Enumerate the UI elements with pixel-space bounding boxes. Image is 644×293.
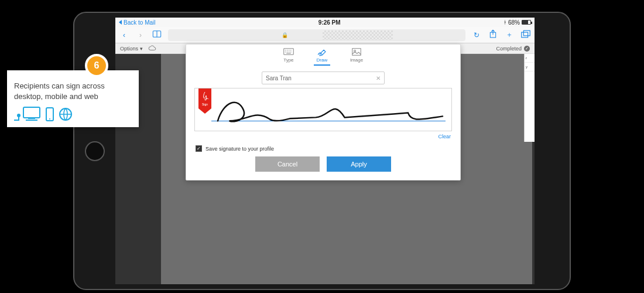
tabs-icon[interactable] bbox=[520, 30, 531, 40]
mobile-icon bbox=[46, 107, 54, 121]
ipad-frame: Back to Mail 9:26 PM ᚼ 68% ‹ › 🔒 ↻ bbox=[73, 12, 571, 290]
url-bar[interactable]: 🔒 bbox=[168, 29, 465, 41]
safari-toolbar: ‹ › 🔒 ↻ ＋ bbox=[115, 27, 535, 43]
acrobat-sign-tag: Sign bbox=[198, 88, 211, 108]
save-signature-checkbox[interactable]: ✓ bbox=[196, 145, 202, 152]
svg-rect-10 bbox=[28, 118, 35, 119]
cancel-button[interactable]: Cancel bbox=[255, 156, 320, 172]
check-circle-icon: ✓ bbox=[524, 46, 530, 52]
back-to-app-link[interactable]: Back to Mail bbox=[124, 19, 155, 26]
signature-modal: Type Draw Image Sara Tran ✕ bbox=[186, 44, 461, 180]
nav-back-icon[interactable]: ‹ bbox=[119, 31, 129, 39]
new-tab-icon[interactable]: ＋ bbox=[504, 30, 515, 40]
save-signature-label: Save signature to your profile bbox=[205, 146, 274, 152]
tab-image[interactable]: Image bbox=[350, 48, 363, 66]
screen: Back to Mail 9:26 PM ᚼ 68% ‹ › 🔒 ↻ bbox=[115, 18, 535, 284]
bluetooth-icon: ᚼ bbox=[503, 19, 506, 25]
signer-name-input[interactable]: Sara Tran ✕ bbox=[262, 71, 385, 84]
signature-stroke bbox=[215, 93, 446, 128]
svg-rect-4 bbox=[284, 49, 294, 55]
tutorial-callout: 6 Recipients can sign across desktop, mo… bbox=[7, 70, 139, 127]
cloud-icon[interactable] bbox=[148, 45, 156, 52]
side-panel-peek: ry bbox=[524, 54, 535, 142]
options-menu[interactable]: Options▾ bbox=[120, 45, 156, 52]
svg-rect-9 bbox=[23, 107, 40, 118]
svg-rect-2 bbox=[522, 32, 528, 38]
web-globe-icon bbox=[59, 107, 73, 121]
signer-name-text: Sara Tran bbox=[266, 75, 292, 81]
reload-icon[interactable]: ↻ bbox=[471, 31, 482, 39]
image-icon bbox=[352, 48, 361, 57]
callout-text: Recipients can sign across desktop, mobi… bbox=[14, 81, 132, 101]
apply-button[interactable]: Apply bbox=[327, 156, 391, 172]
clear-signature-link[interactable]: Clear bbox=[186, 131, 460, 139]
nav-forward-icon: › bbox=[135, 31, 146, 39]
battery-icon bbox=[522, 20, 531, 25]
back-caret-icon[interactable] bbox=[119, 20, 122, 25]
chevron-down-icon: ▾ bbox=[140, 46, 143, 52]
battery-percent: 68% bbox=[508, 19, 520, 26]
clear-name-icon[interactable]: ✕ bbox=[376, 75, 381, 81]
keyboard-icon bbox=[283, 48, 294, 57]
ios-status-bar: Back to Mail 9:26 PM ᚼ 68% bbox=[115, 18, 535, 27]
svg-rect-3 bbox=[523, 30, 530, 36]
signature-tabs: Type Draw Image bbox=[186, 45, 460, 67]
home-button[interactable] bbox=[85, 141, 105, 161]
share-icon[interactable] bbox=[488, 29, 498, 40]
clock: 9:26 PM bbox=[157, 19, 501, 26]
device-icons-row bbox=[14, 106, 132, 121]
svg-rect-11 bbox=[26, 120, 37, 121]
completed-status: Completed ✓ bbox=[496, 46, 530, 52]
svg-rect-5 bbox=[352, 49, 361, 56]
signature-canvas[interactable]: Sign bbox=[194, 88, 452, 131]
svg-point-8 bbox=[17, 114, 20, 117]
desktop-icon bbox=[14, 106, 41, 121]
step-badge: 6 bbox=[85, 54, 108, 77]
pen-draw-icon bbox=[317, 48, 327, 57]
lock-icon: 🔒 bbox=[282, 32, 288, 38]
svg-text:Sign: Sign bbox=[202, 103, 208, 106]
svg-point-13 bbox=[49, 118, 50, 120]
tab-type[interactable]: Type bbox=[283, 48, 294, 66]
bookmarks-icon[interactable] bbox=[152, 30, 162, 40]
tab-draw[interactable]: Draw bbox=[314, 48, 330, 66]
url-loading-overlay bbox=[323, 30, 393, 40]
